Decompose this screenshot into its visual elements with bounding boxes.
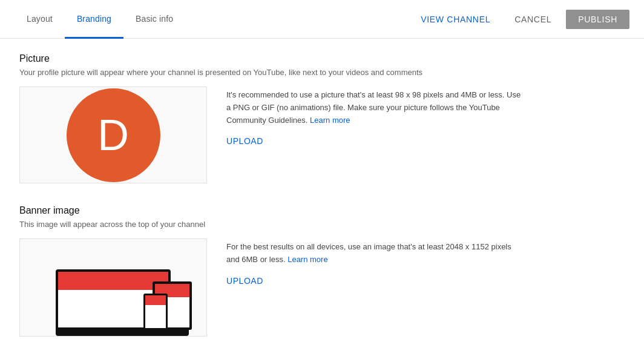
main-content: Picture Your profile picture will appear… — [0, 39, 545, 345]
picture-title: Picture — [19, 53, 525, 64]
laptop-banner-strip — [58, 272, 168, 290]
picture-upload-button[interactable]: UPLOAD — [226, 136, 263, 146]
tab-branding[interactable]: Branding — [65, 0, 123, 39]
picture-section: Picture Your profile picture will appear… — [19, 53, 525, 183]
phone-icon — [143, 294, 168, 330]
picture-preview-box: D — [19, 87, 207, 183]
picture-info-text: It's recommended to use a picture that's… — [226, 89, 525, 126]
picture-subtitle: Your profile picture will appear where y… — [19, 68, 525, 77]
banner-body: For the best results on all devices, use… — [19, 238, 525, 337]
cancel-button[interactable]: CANCEL — [505, 10, 561, 29]
publish-button[interactable]: PUBLISH — [566, 10, 629, 29]
picture-learn-more-link[interactable]: Learn more — [310, 116, 350, 125]
laptop-base — [56, 330, 189, 336]
banner-title: Banner image — [19, 205, 525, 216]
tab-layout[interactable]: Layout — [15, 0, 65, 39]
view-channel-button[interactable]: VIEW CHANNEL — [411, 10, 500, 29]
banner-info-panel: For the best results on all devices, use… — [226, 238, 525, 286]
phone-banner-strip — [145, 295, 166, 305]
banner-section: Banner image This image will appear acro… — [19, 205, 525, 337]
tab-basic-info[interactable]: Basic info — [123, 0, 185, 39]
banner-preview — [34, 239, 192, 336]
tab-nav: Layout Branding Basic info — [15, 0, 411, 38]
banner-upload-button[interactable]: UPLOAD — [226, 276, 263, 286]
avatar: D — [67, 88, 160, 182]
banner-learn-more-link[interactable]: Learn more — [288, 255, 327, 264]
banner-info-text: For the best results on all devices, use… — [226, 241, 525, 266]
page-header: Layout Branding Basic info VIEW CHANNEL … — [0, 0, 644, 39]
picture-info-panel: It's recommended to use a picture that's… — [226, 87, 525, 146]
picture-body: D It's recommended to use a picture that… — [19, 87, 525, 183]
header-actions: VIEW CHANNEL CANCEL PUBLISH — [411, 0, 629, 38]
banner-subtitle: This image will appear across the top of… — [19, 220, 525, 229]
banner-preview-box — [19, 238, 207, 337]
